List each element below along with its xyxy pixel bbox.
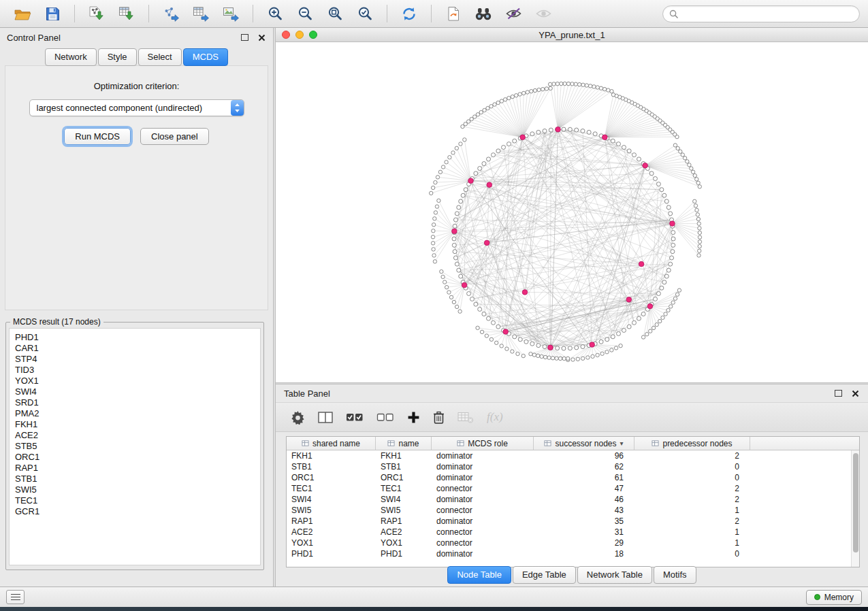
export-table-button[interactable] [187, 2, 215, 25]
cell-predecessor-nodes: 2 [634, 495, 750, 504]
import-table-from-file-button[interactable] [112, 2, 141, 25]
show-graphics-details-icon [535, 7, 552, 20]
table-row[interactable]: PHD1PHD1dominator180 [287, 548, 851, 559]
split-panel-icon [318, 411, 333, 424]
cell-predecessor-nodes: 0 [634, 473, 750, 482]
column-header-mcds-role[interactable]: MCDS role [432, 437, 534, 450]
table-scrollbar[interactable] [851, 450, 859, 567]
criterion-select[interactable]: largest connected component (undirected) [29, 99, 244, 116]
tab-style[interactable]: Style [98, 48, 137, 66]
column-header-name[interactable]: name [376, 437, 432, 450]
zoom-out-button[interactable] [291, 2, 319, 25]
column-header-predecessor-nodes[interactable]: predecessor nodes [634, 437, 750, 450]
column-settings-button[interactable] [291, 410, 305, 425]
maximize-window-button[interactable] [309, 31, 317, 39]
mcds-result-item[interactable]: GCR1 [15, 506, 260, 517]
delete-table-button[interactable] [457, 411, 474, 424]
cell-shared-name: TEC1 [287, 484, 376, 493]
zoom-fit-button[interactable] [321, 2, 349, 25]
table-row[interactable]: TEC1TEC1connector472 [287, 483, 851, 494]
close-window-button[interactable] [282, 31, 290, 39]
column-type-icon [544, 440, 551, 447]
optimization-label: Optimization criterion: [5, 81, 268, 91]
mcds-result-item[interactable]: STB5 [15, 441, 260, 452]
network-graph[interactable] [276, 42, 868, 382]
table-row[interactable]: RAP1RAP1dominator352 [287, 516, 851, 527]
table-row[interactable]: SWI5SWI5connector431 [287, 505, 851, 516]
network-canvas[interactable] [276, 42, 868, 382]
export-image-button[interactable] [216, 2, 245, 25]
table-row[interactable]: STB1STB1dominator620 [287, 461, 851, 472]
hide-graphics-details-icon [505, 7, 522, 20]
tab-motifs[interactable]: Motifs [654, 566, 696, 584]
cell-name: FKH1 [376, 451, 432, 461]
mcds-result-item[interactable]: TEC1 [15, 495, 260, 506]
table-row[interactable]: FKH1FKH1dominator962 [287, 450, 851, 461]
table-row[interactable]: ORC1ORC1dominator610 [287, 472, 851, 483]
panel-menu-button[interactable] [6, 590, 25, 604]
split-panel-button[interactable] [318, 411, 333, 424]
import-network-from-file-button[interactable] [82, 2, 111, 25]
mcds-result-item[interactable]: ACE2 [15, 430, 260, 441]
cell-mcds-role: dominator [432, 516, 534, 526]
mcds-result-item[interactable]: ORC1 [15, 452, 260, 463]
mcds-result-list[interactable]: PHD1CAR1STP4TID3YOX1SWI4SRD1PMA2FKH1ACE2… [9, 328, 261, 565]
mcds-result-item[interactable]: STP4 [15, 354, 260, 365]
memory-button[interactable]: Memory [806, 590, 862, 605]
mcds-result-item[interactable]: PHD1 [15, 332, 260, 343]
minimize-window-button[interactable] [295, 31, 304, 39]
table-close-icon[interactable] [851, 389, 860, 398]
search-box[interactable] [662, 5, 860, 22]
tab-network[interactable]: Network [45, 48, 97, 66]
tab-edge-table[interactable]: Edge Table [513, 566, 576, 584]
show-graphics-details-button[interactable] [529, 2, 558, 25]
table-row[interactable]: SWI4SWI4dominator462 [287, 494, 851, 505]
run-mcds-button[interactable]: Run MCDS [64, 128, 131, 145]
column-header-shared-name[interactable]: shared name [287, 437, 376, 450]
zoom-in-icon [268, 6, 283, 22]
mcds-result-item[interactable]: SRD1 [15, 397, 260, 408]
export-document-icon [446, 6, 462, 22]
function-builder-button[interactable]: f(x) [487, 410, 503, 424]
column-type-icon [387, 440, 395, 447]
refresh-layout-button[interactable] [395, 2, 423, 25]
zoom-in-button[interactable] [261, 2, 289, 25]
mcds-result-item[interactable]: FKH1 [15, 419, 260, 430]
mcds-result-item[interactable]: SWI5 [15, 484, 260, 495]
cell-name: STB1 [376, 462, 432, 472]
mcds-result-title: MCDS result (17 nodes) [10, 317, 103, 327]
table-float-icon[interactable] [835, 390, 842, 397]
select-all-columns-button[interactable] [346, 411, 364, 423]
mcds-result-item[interactable]: TID3 [15, 365, 260, 376]
column-header-successor-nodes[interactable]: successor nodes▾ [534, 437, 634, 450]
mcds-result-item[interactable]: STB1 [15, 474, 260, 484]
tab-network-table[interactable]: Network Table [577, 566, 652, 584]
mcds-result-item[interactable]: PMA2 [15, 408, 260, 419]
export-network-button[interactable] [157, 2, 185, 25]
tab-mcds[interactable]: MCDS [183, 48, 228, 66]
hide-graphics-details-button[interactable] [499, 2, 528, 25]
mcds-result-item[interactable]: YOX1 [15, 376, 260, 386]
table-row[interactable]: YOX1YOX1connector291 [287, 538, 851, 548]
close-panel-icon[interactable] [257, 33, 266, 42]
export-document-button[interactable] [439, 2, 468, 25]
mcds-result-item[interactable]: SWI4 [15, 386, 260, 397]
mcds-result-item[interactable]: CAR1 [15, 343, 260, 354]
save-session-button[interactable] [38, 2, 67, 25]
tab-select[interactable]: Select [138, 48, 182, 66]
mcds-result-item[interactable]: RAP1 [15, 463, 260, 474]
close-panel-button[interactable]: Close panel [140, 128, 209, 145]
zoom-selected-button[interactable] [351, 2, 379, 25]
search-network-button[interactable] [469, 2, 498, 25]
unselect-all-columns-button[interactable] [376, 411, 394, 423]
cell-predecessor-nodes: 1 [634, 538, 750, 548]
float-panel-icon[interactable] [241, 34, 248, 41]
add-column-button[interactable] [407, 411, 420, 424]
table-row[interactable]: ACE2ACE2connector311 [287, 527, 851, 538]
close-icon [852, 390, 859, 397]
scrollbar-thumb[interactable] [853, 453, 858, 552]
search-input[interactable] [682, 9, 853, 18]
delete-columns-button[interactable] [433, 410, 445, 425]
open-session-button[interactable] [8, 2, 37, 25]
tab-node-table[interactable]: Node Table [447, 566, 511, 584]
